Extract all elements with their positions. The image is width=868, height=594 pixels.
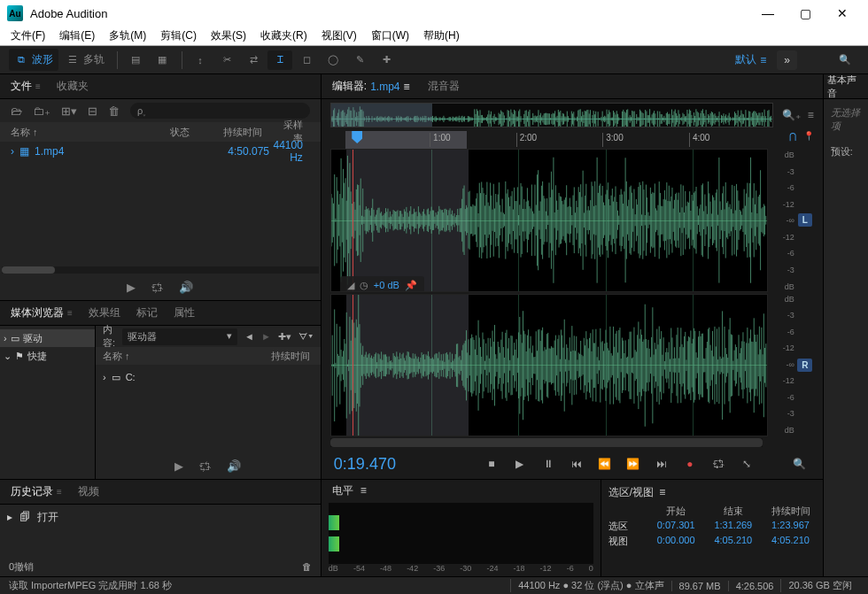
tool-marquee[interactable]: ◻ bbox=[294, 50, 319, 70]
right-channel-badge[interactable]: R bbox=[797, 359, 812, 372]
tree-shortcuts[interactable]: ⌄⚑快捷 bbox=[0, 347, 95, 365]
tool-slip[interactable]: ⇄ bbox=[241, 50, 266, 70]
waveform-mode-button[interactable]: ⧉ 波形 bbox=[9, 49, 58, 71]
files-hscroll[interactable] bbox=[2, 266, 319, 274]
levels-meter[interactable] bbox=[329, 503, 593, 564]
overview-waveform[interactable] bbox=[330, 103, 773, 127]
search-button[interactable]: 🔍 bbox=[833, 50, 857, 70]
essential-sound-title[interactable]: 基本声音 bbox=[824, 74, 868, 99]
record-button[interactable]: ● bbox=[679, 455, 701, 473]
autoplay-button[interactable]: 🔊 bbox=[227, 459, 241, 473]
sel-duration[interactable]: 1:23.967 bbox=[765, 520, 816, 533]
tab-editor[interactable]: 编辑器: 1.mp4 ≡ bbox=[332, 79, 410, 94]
menu-clip[interactable]: 剪辑(C) bbox=[153, 27, 204, 45]
go-end-button[interactable]: ⏭ bbox=[651, 455, 672, 473]
view-duration[interactable]: 4:05.210 bbox=[765, 535, 816, 548]
mcol-name[interactable]: 名称 ↑ bbox=[103, 350, 271, 363]
files-search-input[interactable]: ρ˯ bbox=[130, 103, 310, 119]
waveform-right-channel[interactable] bbox=[330, 294, 768, 437]
back-button[interactable]: ◄ bbox=[244, 331, 254, 342]
tool-spectral-pitch[interactable]: ▦ bbox=[150, 50, 174, 70]
tool-spectral-freq[interactable]: ▤ bbox=[123, 50, 148, 70]
gain-hud[interactable]: ◢ ◷ +0 dB 📌 bbox=[340, 276, 424, 292]
menu-edit[interactable]: 编辑(E) bbox=[52, 27, 102, 45]
tab-mixer[interactable]: 混音器 bbox=[428, 79, 460, 94]
timecode-display[interactable]: 0:19.470 bbox=[334, 455, 467, 474]
marker-tool-button[interactable]: 📍 bbox=[803, 131, 814, 141]
menu-icon[interactable]: ≡ bbox=[57, 487, 62, 497]
menu-icon[interactable]: ≡ bbox=[67, 308, 73, 318]
zoom-full-button[interactable]: 🔍 bbox=[789, 455, 810, 473]
view-start[interactable]: 0:00.000 bbox=[651, 535, 701, 548]
tree-drives[interactable]: ›▭驱动 bbox=[0, 329, 95, 347]
pin-icon[interactable]: 📌 bbox=[405, 280, 417, 291]
menu-favorites[interactable]: 收藏夹(R) bbox=[253, 27, 314, 45]
menu-file[interactable]: 文件(F) bbox=[4, 27, 52, 45]
view-end[interactable]: 4:05.210 bbox=[709, 535, 759, 548]
new-file-button[interactable]: ⊞▾ bbox=[61, 104, 77, 118]
tab-history[interactable]: 历史记录 ≡ bbox=[11, 484, 62, 499]
autoplay-button[interactable]: 🔊 bbox=[179, 281, 193, 294]
filter-button[interactable]: ᗊ▾ bbox=[298, 331, 314, 343]
menu-icon[interactable]: ≡ bbox=[360, 484, 367, 497]
add-shortcut-button[interactable]: ✚▾ bbox=[278, 331, 291, 343]
col-status[interactable]: 状态 bbox=[163, 126, 207, 139]
skip-selection-button[interactable]: ⤡ bbox=[736, 455, 757, 473]
menu-window[interactable]: 窗口(W) bbox=[364, 27, 416, 45]
file-row[interactable]: ›▦1.mp4 4:50.075 44100 Hz bbox=[0, 142, 321, 161]
close-file-button[interactable]: ⊟ bbox=[88, 104, 97, 118]
tab-favorites[interactable]: 收藏夹 bbox=[57, 79, 89, 94]
maximize-button[interactable]: ▢ bbox=[787, 0, 824, 27]
history-item[interactable]: ▸🗐打开 bbox=[7, 508, 314, 526]
waveform-left-channel[interactable]: ◢ ◷ +0 dB 📌 bbox=[330, 149, 768, 292]
fwd-button[interactable]: ► bbox=[261, 331, 271, 342]
tool-brush[interactable]: ✎ bbox=[347, 50, 372, 70]
fastfwd-button[interactable]: ⏩ bbox=[623, 455, 644, 473]
tab-effect-rack[interactable]: 效果组 bbox=[89, 305, 120, 320]
content-dropdown[interactable]: 驱动器 bbox=[122, 328, 237, 345]
play-preview-button[interactable]: ▶ bbox=[127, 281, 136, 294]
overview-selection[interactable] bbox=[331, 104, 433, 127]
waveform-hscroll[interactable] bbox=[330, 438, 763, 447]
workspace-overflow[interactable]: » bbox=[777, 50, 797, 70]
col-duration[interactable]: 持续时间 bbox=[207, 126, 269, 139]
tab-files[interactable]: 文件 ≡ bbox=[11, 79, 41, 94]
mcol-duration[interactable]: 持续时间 bbox=[271, 350, 310, 363]
menu-multitrack[interactable]: 多轨(M) bbox=[102, 27, 153, 45]
delete-button[interactable]: 🗑 bbox=[108, 104, 120, 118]
pause-button[interactable]: ⏸ bbox=[538, 455, 559, 473]
menu-icon[interactable]: ≡ bbox=[659, 486, 665, 498]
tool-time-select[interactable]: Ꮖ bbox=[267, 50, 292, 70]
go-start-button[interactable]: ⏮ bbox=[566, 455, 587, 473]
menu-effects[interactable]: 效果(S) bbox=[204, 27, 253, 45]
list-view-button[interactable]: ≡ bbox=[808, 109, 814, 121]
loop-preview-button[interactable]: ⮔ bbox=[199, 459, 211, 473]
menu-icon[interactable]: ≡ bbox=[404, 81, 410, 93]
menu-view[interactable]: 视图(V) bbox=[314, 27, 364, 45]
minimize-button[interactable]: — bbox=[749, 0, 787, 27]
sel-end[interactable]: 1:31.269 bbox=[709, 520, 759, 533]
tool-lasso[interactable]: ◯ bbox=[321, 50, 345, 70]
workspace-switcher[interactable]: 默认 ≡ bbox=[735, 52, 766, 67]
trash-button[interactable]: 🗑 bbox=[302, 561, 312, 572]
expand-icon[interactable]: › bbox=[11, 145, 14, 158]
sel-start[interactable]: 0:07.301 bbox=[651, 520, 701, 533]
rewind-button[interactable]: ⏪ bbox=[594, 455, 616, 473]
tab-media-browser[interactable]: 媒体浏览器 ≡ bbox=[11, 305, 73, 320]
loop-preview-button[interactable]: ⮔ bbox=[151, 281, 163, 294]
tab-markers[interactable]: 标记 bbox=[136, 305, 158, 320]
close-button[interactable]: ✕ bbox=[824, 0, 861, 27]
play-preview-button[interactable]: ▶ bbox=[174, 459, 183, 473]
multitrack-mode-button[interactable]: ☰ 多轨 bbox=[60, 49, 110, 71]
menu-icon[interactable]: ≡ bbox=[35, 81, 41, 91]
menu-help[interactable]: 帮助(H) bbox=[416, 27, 467, 45]
stop-button[interactable]: ■ bbox=[481, 455, 502, 473]
time-ruler[interactable]: 1:002:003:004:00 ⋂ 📍 bbox=[330, 131, 763, 149]
tool-move[interactable]: ↕ bbox=[188, 50, 213, 70]
tab-properties[interactable]: 属性 bbox=[174, 305, 195, 320]
media-item[interactable]: ›▭C: bbox=[96, 368, 321, 386]
import-button[interactable]: 🗀₊ bbox=[33, 104, 50, 118]
zoom-tool-button[interactable]: 🔍₊ bbox=[782, 109, 801, 121]
tab-video[interactable]: 视频 bbox=[78, 484, 99, 499]
tool-heal[interactable]: ✚ bbox=[374, 50, 399, 70]
